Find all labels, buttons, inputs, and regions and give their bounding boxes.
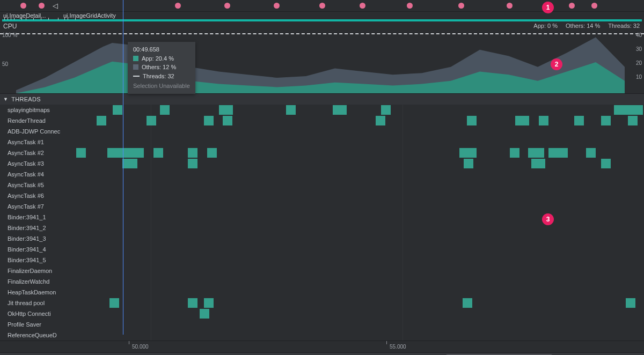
thread-track[interactable]: [74, 105, 644, 115]
thread-track[interactable]: [74, 158, 644, 169]
threads-header-label: THREADS: [11, 96, 41, 102]
y-axis-label-right: 40: [636, 32, 642, 38]
thread-row[interactable]: AsyncTask #7: [0, 201, 644, 212]
cpu-stat-threads: Threads: 32: [608, 23, 640, 29]
thread-track[interactable]: [74, 137, 644, 147]
activity-segment: [200, 309, 209, 319]
thread-label: AsyncTask #2: [0, 147, 74, 158]
thread-row[interactable]: Binder:3941_3: [0, 233, 644, 244]
thread-row[interactable]: FinalizerWatchd: [0, 276, 644, 287]
activity-segment: [528, 148, 544, 158]
event-dot-icon: [360, 3, 365, 9]
thread-track[interactable]: [74, 147, 644, 158]
playhead[interactable]: [123, 0, 123, 335]
thread-label: Jit thread pool: [0, 298, 74, 308]
thread-label: AsyncTask #3: [0, 158, 74, 169]
thread-track[interactable]: [74, 244, 644, 255]
thread-label: AsyncTask #5: [0, 180, 74, 190]
activity-segment: [113, 105, 122, 115]
activity-segment: [286, 105, 296, 115]
thread-label: Binder:3941_3: [0, 233, 74, 244]
thread-row[interactable]: ReferenceQueueD: [0, 330, 644, 341]
thread-row[interactable]: FinalizerDaemon: [0, 265, 644, 276]
chart-tooltip: 00:49.658 App: 20.4 % Others: 12 % Threa…: [128, 42, 195, 94]
activity-segment: [376, 116, 385, 125]
back-icon: ◁: [53, 2, 58, 10]
event-dot-icon: [407, 3, 413, 9]
callout-badge: 3: [542, 213, 554, 225]
thread-row[interactable]: HeapTaskDaemon: [0, 287, 644, 298]
cpu-area-chart: [16, 31, 625, 93]
activity-segment: [207, 148, 217, 158]
callout-badge: 2: [551, 58, 562, 70]
thread-track[interactable]: [74, 126, 644, 137]
collapse-icon[interactable]: ▼: [3, 97, 8, 102]
thread-track[interactable]: [74, 298, 644, 308]
swatch-app-icon: [133, 56, 138, 61]
thread-label: FinalizerWatchd: [0, 276, 74, 287]
thread-label: AsyncTask #4: [0, 169, 74, 180]
thread-track[interactable]: [74, 212, 644, 223]
thread-track[interactable]: [74, 319, 644, 330]
activity-segment: [510, 148, 519, 158]
thread-row[interactable]: AsyncTask #4: [0, 169, 644, 180]
thread-track[interactable]: [74, 233, 644, 244]
activity-segment: [463, 298, 472, 308]
activity-segment: [586, 148, 596, 158]
thread-row[interactable]: Jit thread pool: [0, 298, 644, 308]
y-axis-label: 50: [2, 61, 8, 67]
cpu-stat-app: App: 0 %: [533, 23, 558, 29]
threads-header[interactable]: ▼ THREADS: [0, 94, 644, 105]
thread-row[interactable]: splayingbitmaps: [0, 105, 644, 115]
y-axis-label-right: 20: [636, 60, 642, 66]
activity-segment: [219, 105, 233, 115]
thread-track[interactable]: [74, 276, 644, 287]
event-dot-icon: [569, 3, 575, 9]
thread-track[interactable]: [74, 223, 644, 233]
thread-track[interactable]: [74, 190, 644, 201]
time-label: 50.000: [132, 344, 149, 350]
thread-row[interactable]: ADB-JDWP Connec: [0, 126, 644, 137]
thread-track[interactable]: [74, 255, 644, 265]
thread-row[interactable]: Binder:3941_5: [0, 255, 644, 265]
activity-segment: [188, 159, 197, 168]
thread-row[interactable]: OkHttp Connecti: [0, 308, 644, 319]
thread-label: RenderThread: [0, 115, 74, 126]
thread-track[interactable]: [74, 330, 644, 341]
thread-track[interactable]: [74, 115, 644, 126]
callout-badge: 1: [542, 2, 554, 13]
thread-row[interactable]: AsyncTask #5: [0, 180, 644, 190]
thread-track[interactable]: [74, 308, 644, 319]
thread-track[interactable]: [74, 169, 644, 180]
thread-label: splayingbitmaps: [0, 105, 74, 115]
activity-segment: [614, 105, 643, 115]
thread-row[interactable]: RenderThread: [0, 115, 644, 126]
cpu-title: CPU: [3, 23, 17, 31]
thread-row[interactable]: Binder:3941_4: [0, 244, 644, 255]
thread-track[interactable]: [74, 287, 644, 298]
thread-row[interactable]: AsyncTask #2: [0, 147, 644, 158]
activity-segment: [548, 148, 568, 158]
thread-row[interactable]: AsyncTask #3: [0, 158, 644, 169]
time-ruler[interactable]: 50.00055.000: [0, 341, 644, 352]
activity-segment: [153, 148, 163, 158]
activity-segment: [531, 159, 545, 168]
tooltip-threads: Threads: 32: [143, 72, 174, 81]
thread-track[interactable]: [74, 180, 644, 190]
thread-label: ReferenceQueueD: [0, 330, 74, 341]
thread-row[interactable]: AsyncTask #1: [0, 137, 644, 147]
thread-label: AsyncTask #7: [0, 201, 74, 212]
thread-label: ADB-JDWP Connec: [0, 126, 74, 137]
thread-row[interactable]: AsyncTask #6: [0, 190, 644, 201]
thread-row[interactable]: Profile Saver: [0, 319, 644, 330]
time-tick: [129, 341, 129, 344]
thread-label: Binder:3941_4: [0, 244, 74, 255]
thread-track[interactable]: [74, 201, 644, 212]
y-axis-label: 100 %: [2, 32, 17, 38]
horizontal-scrollbar[interactable]: [0, 352, 644, 355]
activity-label: ui.ImageDetail...: [3, 12, 46, 19]
activity-segment: [464, 159, 473, 168]
cpu-chart[interactable]: CPU App: 0 % Others: 14 % Threads: 32 10…: [0, 21, 644, 94]
event-dot-icon: [507, 3, 513, 9]
thread-track[interactable]: [74, 265, 644, 276]
